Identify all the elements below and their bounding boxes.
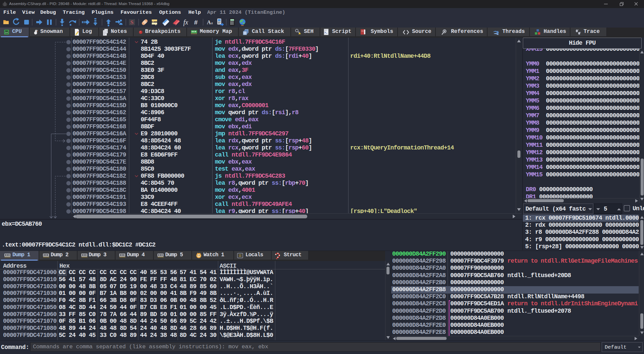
svg-text:#: # [194,19,198,26]
svg-text:z: z [211,21,213,25]
svg-text:S: S [130,19,133,26]
svg-text:fx: fx [183,18,188,26]
svg-text:64: 64 [5,31,8,34]
svg-text:!: ! [300,33,301,36]
svg-text:A: A [207,19,211,26]
